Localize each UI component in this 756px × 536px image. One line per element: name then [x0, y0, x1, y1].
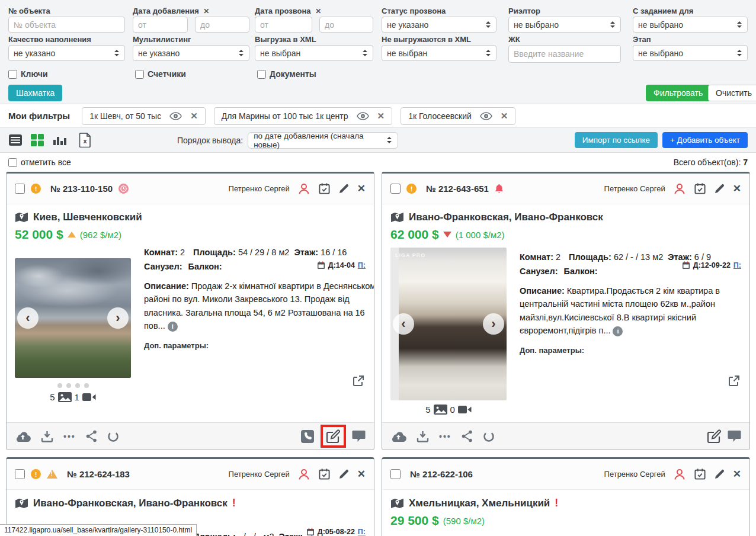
share-icon[interactable] — [86, 430, 97, 442]
clear-date-added-icon[interactable]: ✕ — [203, 7, 209, 15]
meters-checkbox[interactable]: Счетчики — [135, 69, 257, 79]
task-calendar-icon[interactable] — [318, 182, 331, 195]
share-icon[interactable] — [462, 430, 473, 442]
download-icon[interactable] — [417, 430, 429, 442]
object-photo[interactable]: LIGA PRO ‹ › — [390, 248, 507, 400]
bell-icon — [495, 184, 504, 194]
comment-icon[interactable] — [352, 430, 366, 442]
close-icon[interactable]: ✕ — [733, 468, 741, 480]
xml-not-upload-select[interactable]: не выбран — [382, 45, 496, 61]
task-calendar-icon[interactable] — [318, 468, 331, 480]
agent-icon[interactable] — [297, 468, 310, 481]
close-icon[interactable]: ✕ — [357, 468, 366, 480]
clear-date-call-icon[interactable]: ✕ — [315, 7, 321, 15]
object-number-input[interactable] — [8, 17, 125, 33]
saved-filter-chip[interactable]: 1к Голосеевский ✕ — [401, 107, 515, 125]
card-select-checkbox[interactable] — [390, 184, 401, 194]
close-icon[interactable]: ✕ — [357, 182, 366, 195]
area-value: 62 / - / 13 м2 — [614, 252, 663, 262]
edit-pencil-icon[interactable] — [714, 468, 725, 480]
edit-object-icon[interactable] — [707, 429, 722, 444]
photo-icon — [434, 405, 447, 415]
date-call-to-input[interactable] — [319, 17, 373, 33]
more-actions-icon[interactable]: ••• — [439, 432, 451, 441]
object-location: Киев, Шевченковский — [33, 211, 142, 223]
chess-view-button[interactable]: Шахматка — [8, 85, 62, 101]
agent-icon[interactable] — [673, 468, 686, 481]
carousel-next-icon[interactable]: › — [483, 313, 504, 335]
open-external-icon[interactable] — [728, 375, 740, 387]
keys-checkbox[interactable]: Ключи — [8, 69, 135, 79]
refresh-icon[interactable] — [107, 431, 119, 442]
object-id: № 213-110-150 — [50, 184, 113, 194]
select-all-checkbox[interactable]: отметить все — [8, 158, 71, 167]
chart-view-icon[interactable] — [52, 134, 68, 146]
call-link[interactable]: П: — [358, 528, 366, 536]
add-object-button[interactable]: + Добавить объект — [662, 132, 748, 148]
view-filter-eye-icon[interactable] — [169, 112, 182, 120]
agent-icon[interactable] — [673, 182, 686, 195]
object-photo[interactable]: ‹ › — [15, 258, 131, 378]
task-for-select[interactable]: не выбрано — [633, 17, 748, 33]
description-label: Описание: — [144, 281, 189, 291]
edit-pencil-icon[interactable] — [714, 183, 725, 194]
balcony-label: Балкон: — [563, 267, 597, 276]
warning-icon: ! — [406, 184, 417, 194]
sort-order-select[interactable]: по дате добавления (сначала новые) — [248, 132, 398, 149]
balcony-label: Балкон: — [188, 262, 222, 271]
refresh-icon[interactable] — [483, 431, 495, 442]
map-icon — [390, 211, 404, 223]
close-icon[interactable]: ✕ — [733, 182, 741, 195]
card-select-checkbox[interactable] — [15, 184, 25, 194]
call-link[interactable]: П: — [358, 261, 366, 269]
remove-filter-icon[interactable]: ✕ — [190, 111, 198, 121]
edit-pencil-icon[interactable] — [338, 183, 350, 194]
edit-object-icon[interactable] — [326, 429, 341, 444]
excel-export-icon[interactable]: x — [79, 133, 91, 147]
realtor-select[interactable]: не выбрано — [508, 17, 621, 33]
info-icon[interactable]: i — [168, 322, 178, 332]
agent-icon[interactable] — [297, 182, 310, 195]
card-select-checkbox[interactable] — [390, 469, 401, 479]
open-external-icon[interactable] — [353, 375, 364, 387]
clear-filter-button[interactable]: Очистить — [708, 85, 756, 101]
card-select-checkbox[interactable] — [15, 469, 25, 479]
upload-cloud-icon[interactable] — [15, 431, 31, 442]
date-added-from-input[interactable] — [133, 17, 188, 33]
info-icon[interactable]: i — [613, 326, 623, 336]
import-by-link-button[interactable]: Импорт по ссылке — [575, 132, 658, 148]
more-actions-icon[interactable]: ••• — [63, 432, 76, 441]
call-link[interactable]: П: — [733, 261, 741, 269]
carousel-next-icon[interactable]: › — [107, 307, 129, 329]
stage-select[interactable]: не выбрано — [633, 45, 748, 61]
task-calendar-icon[interactable] — [694, 182, 706, 195]
xml-upload-select[interactable]: не выбран — [255, 45, 373, 61]
wc-label: Санузел: — [520, 267, 558, 276]
apply-filter-button[interactable]: Фильтровать — [646, 85, 710, 101]
upload-cloud-icon[interactable] — [390, 431, 406, 442]
call-status-select[interactable]: не указано — [382, 17, 496, 33]
carousel-prev-icon[interactable]: ‹ — [393, 313, 414, 335]
quality-select[interactable]: не указано — [8, 45, 125, 61]
complex-name-input[interactable] — [508, 45, 621, 63]
date-added-to-input[interactable] — [195, 17, 249, 33]
extra-params-label: Доп. параметры: — [144, 341, 374, 350]
download-icon[interactable] — [41, 430, 53, 442]
carousel-dots[interactable] — [15, 383, 131, 388]
multilisting-select[interactable]: не указано — [133, 45, 249, 61]
grid-view-icon[interactable] — [31, 134, 44, 146]
remove-filter-icon[interactable]: ✕ — [377, 111, 385, 121]
carousel-prev-icon[interactable]: ‹ — [17, 307, 39, 329]
comment-icon[interactable] — [728, 430, 741, 442]
list-view-icon[interactable] — [8, 134, 23, 146]
saved-filter-chip[interactable]: 1к Шевч, от 50 тыс ✕ — [82, 107, 206, 125]
view-filter-eye-icon[interactable] — [357, 112, 369, 120]
saved-filter-chip[interactable]: Для Марины от 100 тыс 1к центр ✕ — [214, 107, 392, 125]
view-filter-eye-icon[interactable] — [480, 112, 492, 120]
date-call-from-input[interactable] — [255, 17, 312, 33]
remove-filter-icon[interactable]: ✕ — [501, 111, 508, 121]
documents-checkbox[interactable]: Документы — [257, 69, 316, 79]
edit-pencil-icon[interactable] — [338, 468, 350, 480]
phone-call-icon[interactable] — [300, 429, 315, 444]
task-calendar-icon[interactable] — [694, 468, 706, 480]
